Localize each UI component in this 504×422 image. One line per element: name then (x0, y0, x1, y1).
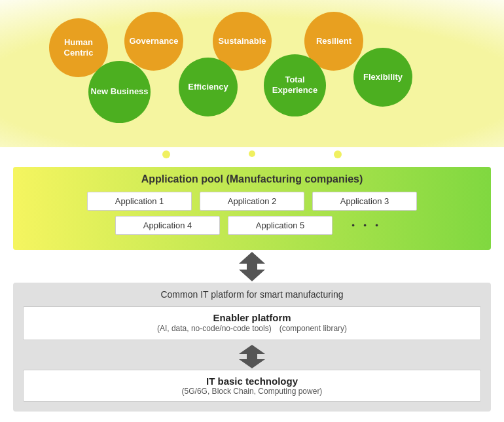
cloud-area: Human CentricGovernanceSustainableResili… (0, 0, 504, 147)
it-basic-sub-title: (5G/6G, Block Chain, Computing power) (33, 387, 471, 396)
app-box-5: Application 5 (228, 216, 333, 235)
drip-container (0, 147, 504, 167)
svg-marker-3 (239, 355, 265, 368)
dots-label: ・・・ (340, 216, 389, 235)
double-arrow-2 (232, 345, 272, 368)
app-row-2: Application 4 Application 5 ・・・ (23, 216, 481, 235)
it-basic-main-title: IT basic technology (33, 376, 471, 387)
app-pool-area: Application pool (Manufacturing companie… (13, 167, 491, 250)
arrow-1-container (0, 250, 504, 283)
enabler-sub-title: (AI, data, no-code/no-code tools) (compo… (33, 323, 471, 334)
bubble-efficiency: Efficiency (179, 58, 238, 116)
svg-marker-1 (239, 264, 265, 281)
drip-dot-2 (334, 150, 342, 158)
drip-dot-0 (162, 150, 170, 158)
bubbles-container: Human CentricGovernanceSustainableResili… (16, 9, 488, 139)
app-box-2: Application 2 (200, 192, 304, 211)
app-box-3: Application 3 (312, 192, 417, 211)
enabler-main-title: Enabler platform (33, 312, 471, 323)
bubble-total-experience: Total Experience (264, 54, 326, 116)
app-box-1: Application 1 (87, 192, 192, 211)
double-arrow-1 (232, 252, 272, 281)
it-basic-box: IT basic technology (5G/6G, Block Chain,… (23, 370, 481, 402)
bubble-new-business: New Business (88, 61, 151, 123)
bubble-governance: Governance (124, 12, 183, 71)
app-box-4: Application 4 (115, 216, 220, 235)
arrow-2-container (23, 343, 481, 370)
bubble-flexibility: Flexibility (353, 48, 412, 107)
app-pool-title: Application pool (Manufacturing companie… (23, 173, 481, 185)
drip-dot-1 (249, 150, 255, 157)
enabler-box: Enabler platform (AI, data, no-code/no-c… (23, 306, 481, 340)
platform-title: Common IT platform for smart manufacturi… (23, 289, 481, 300)
app-row-1: Application 1 Application 2 Application … (23, 192, 481, 211)
platform-area: Common IT platform for smart manufacturi… (13, 283, 491, 412)
